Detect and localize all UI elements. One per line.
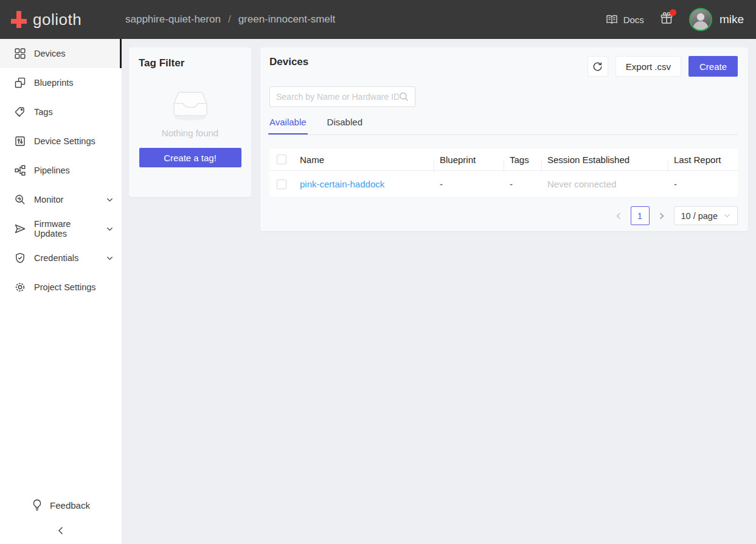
avatar[interactable]: [689, 8, 712, 31]
main-content: Tag Filter Nothing found Create a tag! D…: [122, 39, 756, 544]
breadcrumb-separator: /: [228, 13, 231, 26]
breadcrumb-project[interactable]: sapphire-quiet-heron: [125, 13, 221, 26]
docs-button[interactable]: Docs: [606, 14, 644, 25]
send-icon: [15, 223, 26, 234]
device-tabs: Available Disabled: [269, 117, 738, 134]
empty-state-text: Nothing found: [162, 128, 218, 138]
device-search: [269, 86, 415, 107]
sidebar-item-label: Tags: [34, 107, 113, 117]
shield-check-icon: [15, 253, 26, 263]
gear-icon: [15, 282, 26, 293]
notification-dot: [670, 9, 676, 16]
devices-grid-icon: [15, 48, 26, 59]
feedback-button[interactable]: Feedback: [0, 493, 122, 517]
select-all-cell: [269, 155, 294, 164]
tags-cell: -: [504, 179, 541, 189]
user-menu[interactable]: mike: [689, 8, 744, 31]
select-all-checkbox[interactable]: [277, 155, 286, 164]
device-link[interactable]: pink-certain-haddock: [300, 179, 384, 189]
sidebar-item-tags[interactable]: Tags: [0, 97, 122, 127]
golioth-logo-icon: [10, 10, 28, 29]
topbar-right: Docs mike: [606, 8, 756, 31]
tag-filter-title: Tag Filter: [139, 57, 241, 69]
sidebar-item-pipelines[interactable]: Pipelines: [0, 156, 122, 185]
sidebar-item-devices[interactable]: Devices: [0, 39, 122, 68]
column-header-tags: Tags: [504, 155, 541, 165]
sidebar-item-label: Device Settings: [34, 136, 113, 146]
create-tag-button[interactable]: Create a tag!: [139, 148, 241, 167]
table-row: pink-certain-haddock - - Never connected…: [269, 171, 738, 198]
devices-table: Name Blueprint Tags Session Established …: [269, 148, 738, 198]
pipelines-icon: [15, 165, 26, 176]
prev-page-button[interactable]: [612, 207, 625, 225]
sidebar-collapse-button[interactable]: [0, 520, 122, 542]
export-csv-button[interactable]: Export .csv: [616, 56, 681, 77]
blueprints-icon: [15, 77, 26, 88]
sidebar-item-device-settings[interactable]: Device Settings: [0, 127, 122, 156]
device-name-cell: pink-certain-haddock: [294, 179, 434, 189]
sidebar-item-monitor[interactable]: Monitor: [0, 185, 122, 214]
column-header-last-report: Last Report: [668, 155, 738, 165]
chevron-left-icon: [616, 212, 622, 220]
devices-panel: Devices Export .csv Create: [260, 47, 748, 231]
sliders-icon: [15, 136, 26, 147]
breadcrumb-current[interactable]: green-innocent-smelt: [238, 13, 336, 26]
lightbulb-icon: [32, 499, 43, 511]
sidebar-item-label: Pipelines: [34, 166, 113, 175]
chevron-down-icon: [106, 255, 113, 262]
feedback-label: Feedback: [50, 500, 90, 511]
monitor-icon: [15, 194, 26, 205]
tabs-divider: [269, 134, 738, 135]
sidebar-item-firmware-updates[interactable]: Firmware Updates: [0, 214, 122, 243]
chevron-down-icon: [106, 226, 113, 232]
page-size-select[interactable]: 10 / page: [674, 206, 738, 225]
column-header-session: Session Established: [541, 155, 668, 165]
tag-filter-panel: Tag Filter Nothing found Create a tag!: [129, 47, 251, 197]
docs-label: Docs: [623, 15, 644, 25]
username: mike: [720, 13, 744, 26]
sidebar-item-label: Firmware Updates: [34, 219, 98, 239]
tag-icon: [15, 106, 26, 117]
whats-new-button[interactable]: [660, 12, 673, 27]
device-search-input[interactable]: [276, 92, 399, 102]
session-cell: Never connected: [541, 179, 668, 189]
chevron-right-icon: [659, 212, 665, 220]
sidebar-item-label: Monitor: [34, 195, 98, 204]
sidebar-item-label: Devices: [34, 49, 111, 58]
chevron-down-icon: [106, 197, 113, 203]
table-header-row: Name Blueprint Tags Session Established …: [269, 148, 738, 171]
devices-title: Devices: [269, 56, 308, 68]
row-checkbox[interactable]: [277, 180, 286, 189]
page-size-value: 10 / page: [681, 211, 718, 221]
golioth-logo[interactable]: golioth: [0, 10, 122, 29]
tab-available[interactable]: Available: [269, 117, 307, 134]
blueprint-cell: -: [434, 179, 504, 189]
app-root: golioth sapphire-quiet-heron / green-inn…: [0, 0, 756, 544]
create-device-button[interactable]: Create: [688, 56, 738, 77]
chevron-down-icon: [724, 212, 730, 219]
devices-panel-header: Devices Export .csv Create: [269, 56, 738, 77]
tab-disabled[interactable]: Disabled: [327, 117, 362, 134]
sidebar-item-project-settings[interactable]: Project Settings: [0, 273, 122, 302]
sidebar-item-label: Project Settings: [34, 282, 113, 292]
chevron-left-icon: [57, 526, 65, 535]
sidebar-item-credentials[interactable]: Credentials: [0, 243, 122, 273]
refresh-button[interactable]: [588, 56, 608, 77]
sidebar-item-label: Credentials: [34, 253, 98, 263]
sidebar-item-blueprints[interactable]: Blueprints: [0, 68, 122, 97]
row-select-cell: [269, 180, 294, 189]
sidebar: Devices Blueprints Tags: [0, 39, 122, 544]
tag-filter-empty-state: Nothing found Create a tag!: [139, 90, 241, 167]
empty-inbox-icon: [170, 90, 210, 122]
breadcrumb: sapphire-quiet-heron / green-innocent-sm…: [125, 13, 335, 26]
search-icon[interactable]: [399, 92, 409, 102]
page-number[interactable]: 1: [631, 206, 650, 225]
book-icon: [606, 14, 618, 25]
next-page-button[interactable]: [655, 207, 668, 225]
column-header-name: Name: [294, 155, 434, 165]
sidebar-item-label: Blueprints: [34, 78, 113, 88]
topbar: golioth sapphire-quiet-heron / green-inn…: [0, 0, 756, 39]
pagination: 1 10 / page: [269, 206, 738, 225]
logo-text: golioth: [33, 10, 81, 29]
column-header-blueprint: Blueprint: [434, 155, 504, 165]
